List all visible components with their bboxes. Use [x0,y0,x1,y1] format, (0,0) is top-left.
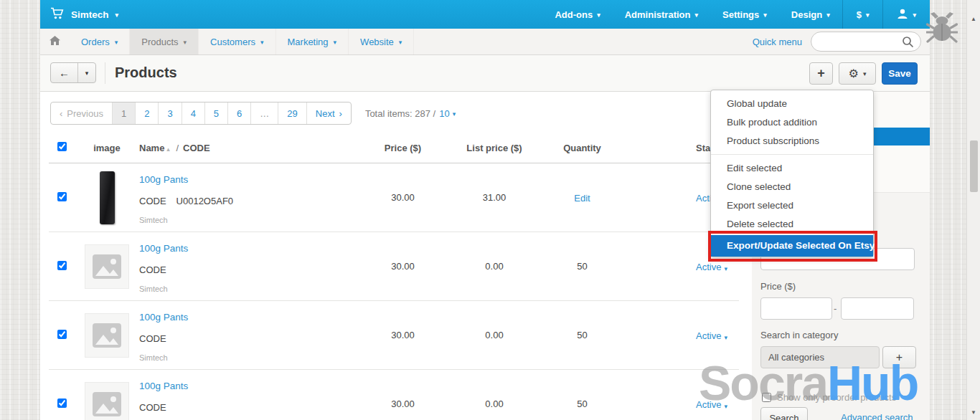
quick-search-input[interactable] [820,33,902,50]
row-checkbox[interactable] [57,261,67,270]
admin-menubar: Orders ▾ Products ▾ Customers ▾ Marketin… [40,29,930,55]
menubar-item-marketing[interactable]: Marketing ▾ [276,29,349,54]
price-value[interactable]: 30.00 [354,261,451,272]
pagination-page-3[interactable]: 3 [159,102,182,124]
advanced-search-link[interactable]: Advanced search [841,412,913,420]
caret-down-icon: ▾ [826,12,830,19]
pagination-next[interactable]: Next › [307,102,351,124]
caret-down-icon: ▾ [115,39,118,46]
nav-user-menu[interactable]: ▾ [882,0,930,29]
titlebar-divider [105,62,105,84]
scrollbar-down-arrow[interactable]: ▼ [967,409,980,416]
row-checkbox[interactable] [57,330,67,339]
product-name-link[interactable]: 100g Pants [139,381,188,391]
caret-down-icon: ▾ [724,334,727,341]
home-icon [50,35,60,48]
menu-item-bulk-product-addition[interactable]: Bulk product addition [711,113,873,132]
gear-menu-button[interactable]: ⚙ ▾ [839,62,876,85]
pagination-page-6[interactable]: 6 [228,102,251,124]
quantity-value[interactable]: 50 [537,261,627,272]
quantity-value[interactable]: 50 [537,398,627,409]
add-product-button[interactable]: + [809,62,833,85]
product-name-link[interactable]: 100g Pants [139,174,188,185]
price-to-input[interactable] [841,297,914,320]
status-dropdown[interactable]: Active▾ [696,262,727,272]
pagination-page-4[interactable]: 4 [182,102,205,124]
add-category-button[interactable]: + [882,346,916,368]
menu-item-export-selected[interactable]: Export selected [711,196,873,215]
list-price-value[interactable]: 0.00 [451,330,537,340]
price-value[interactable]: 30.00 [354,192,451,203]
pagination-previous[interactable]: ‹ Previous [51,102,113,124]
product-name-link[interactable]: 100g Pants [139,243,188,254]
nav-administration[interactable]: Administration ▾ [613,0,710,29]
plus-icon: + [817,66,825,81]
pagination-page-2[interactable]: 2 [136,102,159,124]
menubar-item-website[interactable]: Website ▾ [349,29,414,54]
menu-item-delete-selected[interactable]: Delete selected [711,215,873,234]
back-split-button: ← ▾ [50,62,96,83]
table-row: 100g Pants CODEU0012O5AF0 Simtech 30.00 … [49,163,739,232]
menu-item-export-update-etsy[interactable]: Export/Update Selected On Etsy [711,235,873,257]
status-dropdown[interactable]: Active▾ [696,330,727,341]
product-code: U0012O5AF0 [176,196,234,206]
pagination-page-5[interactable]: 5 [205,102,228,124]
nav-addons[interactable]: Add-ons ▾ [542,0,612,29]
nav-design[interactable]: Design ▾ [779,0,842,29]
quick-menu-link[interactable]: Quick menu [753,37,802,47]
caret-down-icon: ▾ [597,12,600,19]
header-name[interactable]: Name [139,143,164,153]
select-all-checkbox[interactable] [57,142,67,151]
scrollbar[interactable]: ▲ ▼ [966,0,980,420]
bug-icon [926,11,958,52]
cart-icon [50,7,65,22]
quick-search [811,32,921,52]
caret-down-icon: ▾ [863,71,867,77]
back-button[interactable]: ← [51,63,78,82]
menu-item-edit-selected[interactable]: Edit selected [711,159,873,178]
menubar-item-customers[interactable]: Customers ▾ [199,29,275,54]
no-image-placeholder[interactable] [85,313,129,358]
price-value[interactable]: 30.00 [354,330,451,340]
menubar-item-orders[interactable]: Orders ▾ [70,29,130,54]
per-page-selector[interactable]: 10 ▾ [439,108,456,119]
menubar-item-products[interactable]: Products ▾ [130,29,199,54]
chevron-left-icon: ‹ [60,108,62,119]
row-checkbox[interactable] [57,192,67,201]
back-arrow-icon: ← [59,67,70,79]
product-name-link[interactable]: 100g Pants [139,312,188,323]
caret-down-icon: ▾ [399,39,402,46]
list-price-value[interactable]: 0.00 [451,261,537,272]
back-history-dropdown[interactable]: ▾ [78,63,95,82]
scrollbar-up-arrow[interactable]: ▲ [967,16,980,22]
quantity-edit-link[interactable]: Edit [574,193,590,204]
sort-asc-icon: ▴ [166,146,169,153]
save-button[interactable]: Save [882,62,918,85]
image-placeholder-icon [93,323,121,348]
sidebar-search-button[interactable]: Search [760,407,808,420]
pagination-page-29[interactable]: 29 [278,102,306,124]
price-value[interactable]: 30.00 [354,398,451,409]
menu-item-clone-selected[interactable]: Clone selected [711,178,873,196]
list-price-value[interactable]: 0.00 [451,398,537,409]
scrollbar-thumb[interactable] [970,140,978,192]
store-switcher[interactable]: Simtech ▾ [40,0,128,29]
list-price-value[interactable]: 31.00 [451,192,537,203]
nav-currency[interactable]: $ ▾ [842,0,883,29]
price-from-input[interactable] [760,297,832,320]
status-dropdown[interactable]: Active▾ [696,399,727,410]
category-select[interactable]: All categories [760,346,880,368]
row-checkbox[interactable] [57,398,67,408]
no-image-placeholder[interactable] [85,244,129,289]
no-image-placeholder[interactable] [85,382,129,420]
product-photo[interactable] [100,171,115,224]
pagination-page-1[interactable]: 1 [113,102,136,124]
nav-settings[interactable]: Settings ▾ [710,0,779,29]
menu-item-product-subscriptions[interactable]: Product subscriptions [711,132,873,151]
home-button[interactable] [40,29,70,54]
quantity-value[interactable]: 50 [537,330,627,340]
preorder-checkbox[interactable] [762,393,771,402]
menu-item-global-update[interactable]: Global update [711,95,873,113]
header-code[interactable]: CODE [183,143,210,153]
search-icon[interactable] [902,36,914,51]
